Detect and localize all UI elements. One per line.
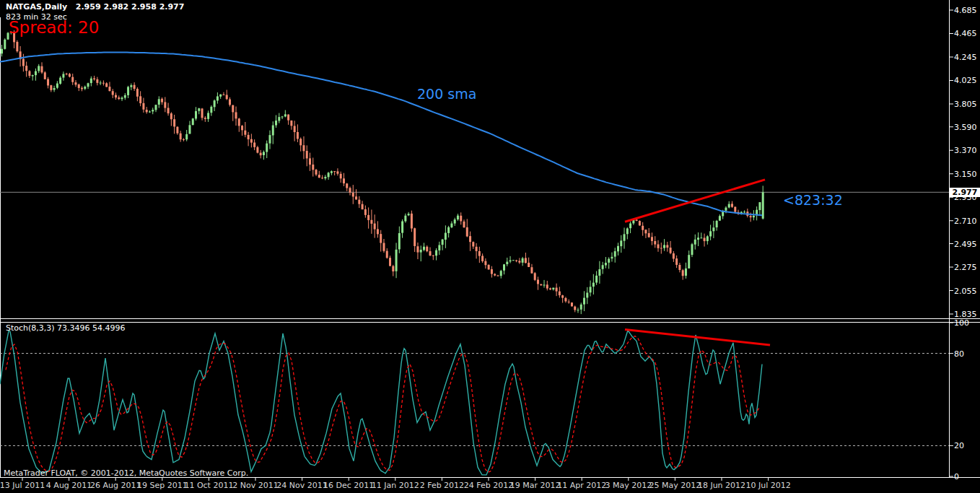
bar-countdown-label: <823:32 [783,193,843,208]
date-axis-label: 2 Nov 2011 [232,481,278,490]
stoch-axis-label: 20 [954,441,964,450]
stoch-axis-label: 80 [954,349,964,359]
price-axis-label: 3.370 [954,146,977,155]
date-axis-label: 26 Aug 2011 [90,481,141,490]
price-axis-label: 2.710 [954,217,977,226]
date-axis-label: 24 Nov 2011 [276,481,327,490]
chart-canvas[interactable] [0,0,980,493]
price-axis-label: 2.495 [954,240,977,249]
sma-200-label: 200 sma [417,87,476,102]
date-axis-label: 4 Aug 2011 [46,481,92,490]
date-axis-label: 24 Feb 2012 [464,481,513,490]
date-axis-label: 11 Jan 2012 [372,481,419,490]
mt4-chart-window: NATGAS,Daily 2.959 2.982 2.958 2.977 823… [0,0,980,493]
stoch-axis-label: 0 [954,472,959,481]
stoch-axis-label: 100 [954,318,969,328]
symbol-ohlc-line: NATGAS,Daily 2.959 2.982 2.958 2.977 [6,3,184,12]
stoch-d-line [6,336,759,473]
date-axis-label: 16 Dec 2011 [323,481,374,490]
date-axis-label: 18 Jun 2012 [698,481,745,490]
date-axis-label: 25 May 2012 [649,481,701,490]
price-axis-label: 3.805 [954,100,977,109]
date-axis-label: 2 Feb 2012 [420,481,464,490]
price-axis-label: 2.275 [954,263,977,272]
date-axis-label: 10 Jul 2012 [745,481,790,490]
price-axis-label: 4.685 [954,6,977,15]
date-axis-label: 3 May 2012 [605,481,652,490]
price-axis-label: 4.025 [954,76,977,85]
stochastic-indicator-label: Stoch(8,3,3) 73.3496 54.4996 [6,324,126,333]
current-price-tag: 2.977 [950,188,980,197]
price-axis-label: 4.245 [954,53,977,62]
date-axis-label: 11 Apr 2012 [557,481,606,490]
price-axis-label: 3.150 [954,170,977,179]
date-axis-label: 13 Jul 2011 [0,481,45,490]
price-panel [0,30,765,314]
price-trendline [625,180,765,222]
date-axis-label: 19 Sep 2011 [137,481,188,490]
price-axis-label: 2.055 [954,287,977,296]
date-axis-label: 11 Oct 2011 [184,481,233,490]
sma-200-line [0,52,762,215]
stoch-k-line [0,331,762,475]
price-axis-label: 4.465 [954,29,977,38]
platform-copyright-label: MetaTrader FLOAT, © 2001-2012, MetaQuote… [4,469,248,478]
spread-label: Spread: 20 [9,19,99,37]
price-axis-label: 3.590 [954,123,977,132]
candles-group [1,30,764,314]
date-axis-label: 19 Mar 2012 [510,481,561,490]
stoch-panel [0,330,949,475]
